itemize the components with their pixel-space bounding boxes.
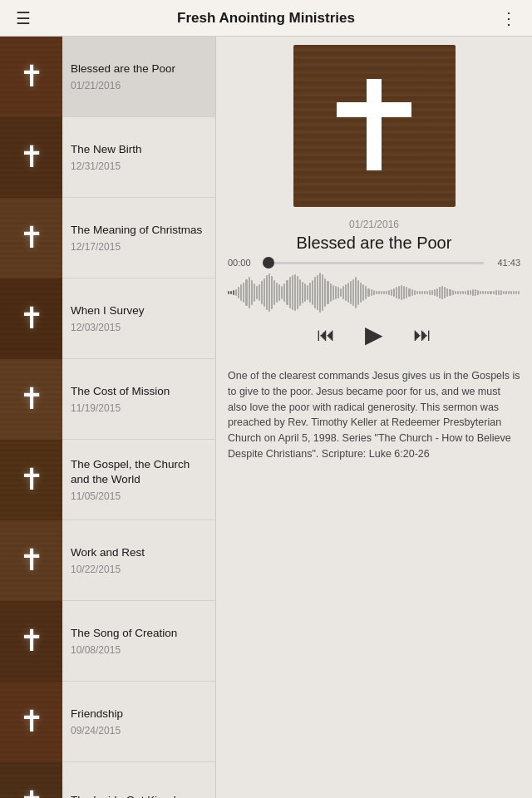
waveform-bar [373,290,375,296]
waveform-bar [396,287,397,298]
sermon-thumbnail: ✝ [0,762,62,799]
cross-icon: ✝ [19,303,44,333]
waveform-bar [470,290,471,296]
sermon-list-item[interactable]: ✝ Work and Rest 10/22/2015 [0,520,215,601]
waveform-bar [352,279,354,307]
progress-thumb[interactable] [263,257,274,268]
cross-icon: ✝ [19,707,44,736]
waveform-bar [327,281,328,304]
waveform-bar [386,291,387,294]
sermon-info: The Meaning of Christmas 12/17/2015 [62,214,215,261]
time-current: 00:00 [228,258,258,268]
sermon-title: Blessed are the Poor [71,62,209,76]
waveform-bar [449,289,451,297]
waveform-bar [357,280,359,306]
waveform-bar [391,289,392,297]
waveform-bar [238,287,239,298]
sermon-list-item[interactable]: ✝ The Inside Out Kingdom [0,762,215,798]
waveform-bar [493,291,495,294]
waveform-bar [495,290,497,294]
waveform-bar [485,291,486,294]
waveform-bar [294,274,296,311]
waveform-bar [289,277,291,308]
waveform-bar [367,288,369,298]
waveform-bar [268,273,270,312]
waveform-bar [457,291,459,294]
sermon-title: The Inside Out Kingdom [71,793,209,798]
waveform-bar [259,284,260,301]
waveform-bar [347,283,349,303]
waveform-bar [283,283,285,302]
sermon-date: 12/03/2015 [71,322,209,333]
rewind-button[interactable]: ⏮ [313,321,338,349]
sermon-info: Friendship 09/24/2015 [62,698,215,745]
sermon-list-item[interactable]: ✝ Blessed are the Poor 01/21/2016 [0,37,215,117]
sermon-date: 01/21/2016 [71,80,209,91]
waveform-bar [452,290,454,296]
waveform-bar [460,291,461,294]
sermon-title: Friendship [71,707,209,722]
waveform-bar [401,285,402,299]
waveform-bar [446,288,448,298]
sermon-date: 12/17/2015 [71,241,209,253]
sermon-list-item[interactable]: ✝ The Gospel, the Church and the World 1… [0,440,215,520]
sermon-list-item[interactable]: ✝ The Cost of Mission 11/19/2015 [0,359,215,440]
sermon-thumbnail: ✝ [0,198,62,278]
sermon-date: 11/19/2015 [71,402,209,414]
sermon-list-item[interactable]: ✝ When I Survey 12/03/2015 [0,278,215,359]
sermon-info: The Inside Out Kingdom [62,785,215,798]
waveform-bar [510,291,512,294]
waveform-bar [273,280,275,306]
waveform-bar [337,287,339,298]
progress-track[interactable] [264,262,484,264]
sermon-title: Work and Rest [71,545,209,560]
waveform-bar [271,276,273,308]
waveform-bar [383,291,385,294]
waveform-bar [500,290,502,294]
sermon-list-item[interactable]: ✝ Friendship 09/24/2015 [0,682,215,762]
waveform-bar [297,276,298,308]
more-icon[interactable]: ⋮ [497,8,520,28]
waveform-bar [414,290,416,296]
play-button[interactable]: ▶ [362,318,387,352]
waveform-bar [233,290,234,294]
sermon-thumbnail: ✝ [0,117,62,198]
waveform-bar [278,284,280,301]
waveform-bar [490,291,491,294]
waveform-bar [487,291,489,294]
waveform-bar [518,291,520,294]
menu-icon[interactable]: ☰ [12,8,35,28]
waveform [228,271,520,314]
sermon-thumbnail: ✝ [0,682,62,762]
waveform-bar [240,284,242,301]
waveform-bar [264,278,265,308]
waveform-bar [254,283,255,302]
waveform-bar [431,290,433,296]
waveform-bar [455,291,456,294]
waveform-bar [362,284,364,301]
waveform-bar [381,291,382,294]
sermon-info: The Song of Creation 10/08/2015 [62,618,215,664]
sermon-title: The Meaning of Christmas [71,223,209,238]
waveform-bar [439,287,441,298]
sermon-list-item[interactable]: ✝ The Song of Creation 10/08/2015 [0,601,215,682]
sermon-list-item[interactable]: ✝ The New Birth 12/31/2015 [0,117,215,198]
waveform-bar [403,286,405,298]
waveform-bar [317,275,318,309]
waveform-bar [424,291,426,294]
main-content: ✝ Blessed are the Poor 01/21/2016 ✝ The … [0,37,532,798]
sermon-thumbnail: ✝ [0,520,62,601]
sermon-thumbnail: ✝ [0,440,62,520]
sermon-info: Work and Rest 10/22/2015 [62,537,215,584]
waveform-bar [416,291,418,294]
sermon-list: ✝ Blessed are the Poor 01/21/2016 ✝ The … [0,37,216,798]
waveform-bar [350,281,352,304]
cross-icon: ✝ [19,626,44,656]
forward-button[interactable]: ⏭ [410,321,435,349]
waveform-bar [462,291,464,294]
cross-icon: ✝ [19,62,44,91]
sermon-thumbnail: ✝ [0,278,62,359]
waveform-bar [365,286,367,298]
now-playing-date: 01/21/2016 [216,219,532,230]
sermon-list-item[interactable]: ✝ The Meaning of Christmas 12/17/2015 [0,198,215,278]
